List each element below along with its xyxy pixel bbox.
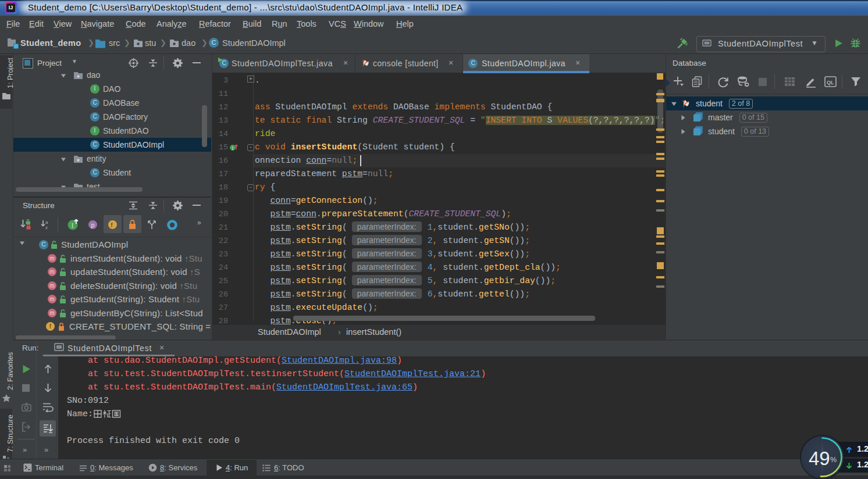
svg-text:p: p <box>91 221 95 228</box>
svg-text:I: I <box>72 221 74 230</box>
svg-text:z: z <box>45 225 48 230</box>
svg-text:QL: QL <box>827 80 834 85</box>
svg-text:f: f <box>111 221 113 228</box>
svg-text:I: I <box>232 145 233 151</box>
svg-text:a: a <box>45 220 48 225</box>
